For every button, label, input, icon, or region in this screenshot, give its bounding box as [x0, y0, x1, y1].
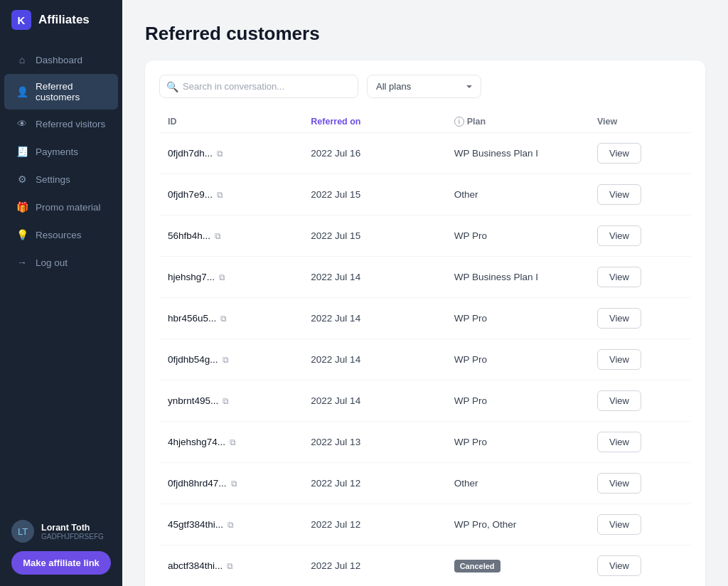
col-header-id: ID — [168, 117, 311, 127]
sidebar-item-settings[interactable]: ⚙ Settings — [4, 166, 118, 193]
filters-bar: 🔍 All plansWP Business Plan IWP ProOther… — [159, 75, 691, 98]
date-cell: 2022 Jul 12 — [311, 560, 454, 571]
plan-cell: Other — [454, 189, 597, 200]
id-value: 0fjdh7dh... — [168, 148, 213, 159]
referred-customers-icon: 👤 — [16, 85, 28, 98]
copy-icon[interactable]: ⧉ — [223, 355, 229, 365]
copy-icon[interactable]: ⧉ — [217, 190, 223, 200]
plan-value: WP Pro — [454, 354, 487, 365]
logo-icon: K — [11, 10, 31, 30]
sidebar-item-label: Resources — [36, 230, 82, 240]
id-value: hbr456u5... — [168, 313, 216, 324]
date-cell: 2022 Jul 13 — [311, 437, 454, 447]
copy-icon[interactable]: ⧉ — [230, 437, 236, 447]
table-row: 0fjdh7dh... ⧉ 2022 Jul 16 WP Business Pl… — [159, 133, 691, 174]
table-body: 0fjdh7dh... ⧉ 2022 Jul 16 WP Business Pl… — [159, 133, 691, 586]
copy-icon[interactable]: ⧉ — [220, 314, 227, 324]
view-cell: View — [597, 184, 682, 205]
copy-icon[interactable]: ⧉ — [223, 396, 229, 406]
col-header-plan: i Plan — [454, 117, 597, 127]
view-cell: View — [597, 267, 682, 287]
sidebar-item-label: Referred visitors — [36, 119, 105, 129]
view-button[interactable]: View — [597, 473, 641, 494]
date-cell: 2022 Jul 14 — [311, 313, 454, 324]
plan-value: WP Business Plan I — [454, 148, 538, 159]
id-value: abctf384thi... — [168, 560, 223, 571]
view-button[interactable]: View — [597, 390, 641, 411]
view-button[interactable]: View — [597, 225, 641, 246]
table-row: hbr456u5... ⧉ 2022 Jul 14 WP Pro View — [159, 298, 691, 339]
main-content: Referred customers 🔍 All plansWP Busines… — [122, 0, 728, 586]
copy-icon[interactable]: ⧉ — [219, 272, 225, 282]
view-cell: View — [597, 225, 682, 246]
table-row: abctf384thi... ⧉ 2022 Jul 12 Canceled Vi… — [159, 545, 691, 586]
copy-icon[interactable]: ⧉ — [217, 149, 223, 159]
id-value: ynbrnt495... — [168, 395, 218, 406]
page-title: Referred customers — [145, 23, 705, 45]
search-input[interactable] — [159, 75, 358, 98]
table-row: 4hjehshg74... ⧉ 2022 Jul 13 WP Pro View — [159, 422, 691, 463]
id-cell: abctf384thi... ⧉ — [168, 560, 311, 571]
id-value: 4hjehshg74... — [168, 437, 225, 447]
copy-icon[interactable]: ⧉ — [228, 520, 234, 530]
content-card: 🔍 All plansWP Business Plan IWP ProOther… — [145, 60, 705, 586]
id-cell: 0fjdh7dh... ⧉ — [168, 148, 311, 159]
view-button[interactable]: View — [597, 143, 641, 164]
dashboard-icon: ⌂ — [16, 53, 28, 66]
promo-material-icon: 🎁 — [16, 201, 28, 213]
date-cell: 2022 Jul 15 — [311, 230, 454, 241]
sidebar-item-payments[interactable]: 🧾 Payments — [4, 138, 118, 165]
id-value: hjehshg7... — [168, 272, 215, 282]
user-name: Lorant Toth — [41, 523, 104, 533]
sidebar-item-referred-customers[interactable]: 👤 Referred customers — [4, 74, 118, 110]
view-button[interactable]: View — [597, 555, 641, 576]
date-cell: 2022 Jul 14 — [311, 272, 454, 282]
plan-value: WP Business Plan I — [454, 272, 538, 282]
copy-icon[interactable]: ⧉ — [227, 561, 233, 571]
search-wrap: 🔍 — [159, 75, 358, 98]
sidebar-item-label: Settings — [36, 174, 70, 185]
view-cell: View — [597, 432, 682, 452]
table-row: hjehshg7... ⧉ 2022 Jul 14 WP Business Pl… — [159, 257, 691, 298]
id-cell: 0fjdh8hrd47... ⧉ — [168, 478, 311, 489]
plan-value: Other — [454, 478, 478, 489]
id-value: 56hfb4h... — [168, 230, 210, 241]
view-button[interactable]: View — [597, 267, 641, 287]
sidebar-item-dashboard[interactable]: ⌂ Dashboard — [4, 46, 118, 73]
user-id: GADFHJFDRSEFG — [41, 533, 104, 540]
table-row: 45gtf384thi... ⧉ 2022 Jul 12 WP Pro, Oth… — [159, 504, 691, 545]
sidebar-item-promo-material[interactable]: 🎁 Promo material — [4, 193, 118, 220]
copy-icon[interactable]: ⧉ — [231, 479, 237, 489]
referred-visitors-icon: 👁 — [16, 117, 28, 130]
table-row: 0fjdhb54g... ⧉ 2022 Jul 14 WP Pro View — [159, 339, 691, 380]
view-cell: View — [597, 308, 682, 329]
col-header-view: View — [597, 117, 682, 127]
id-cell: 4hjehshg74... ⧉ — [168, 437, 311, 447]
plan-value: WP Pro — [454, 437, 487, 447]
user-text: Lorant Toth GADFHJFDRSEFG — [41, 523, 104, 540]
sidebar-item-referred-visitors[interactable]: 👁 Referred visitors — [4, 110, 118, 137]
table-row: ynbrnt495... ⧉ 2022 Jul 14 WP Pro View — [159, 380, 691, 422]
view-button[interactable]: View — [597, 308, 641, 329]
view-button[interactable]: View — [597, 432, 641, 452]
plan-cell: Canceled — [454, 560, 597, 572]
avatar: LT — [11, 520, 34, 543]
view-button[interactable]: View — [597, 514, 641, 535]
plan-filter-select[interactable]: All plansWP Business Plan IWP ProOtherCa… — [367, 75, 481, 98]
sidebar-bottom: LT Lorant Toth GADFHJFDRSEFG Make affili… — [0, 511, 122, 586]
plan-value: WP Pro — [454, 230, 487, 241]
view-cell: View — [597, 349, 682, 370]
log-out-icon: → — [16, 256, 28, 269]
id-value: 0fjdhb54g... — [168, 354, 218, 365]
date-cell: 2022 Jul 14 — [311, 354, 454, 365]
plan-value: WP Pro — [454, 313, 487, 324]
view-button[interactable]: View — [597, 349, 641, 370]
sidebar-item-log-out[interactable]: → Log out — [4, 249, 118, 276]
plan-cell: WP Pro — [454, 313, 597, 324]
view-cell: View — [597, 390, 682, 411]
make-affiliate-link-button[interactable]: Make affiliate link — [11, 551, 111, 575]
app-title: Affiliates — [38, 13, 90, 27]
sidebar-item-resources[interactable]: 💡 Resources — [4, 221, 118, 248]
view-button[interactable]: View — [597, 184, 641, 205]
copy-icon[interactable]: ⧉ — [215, 231, 221, 241]
